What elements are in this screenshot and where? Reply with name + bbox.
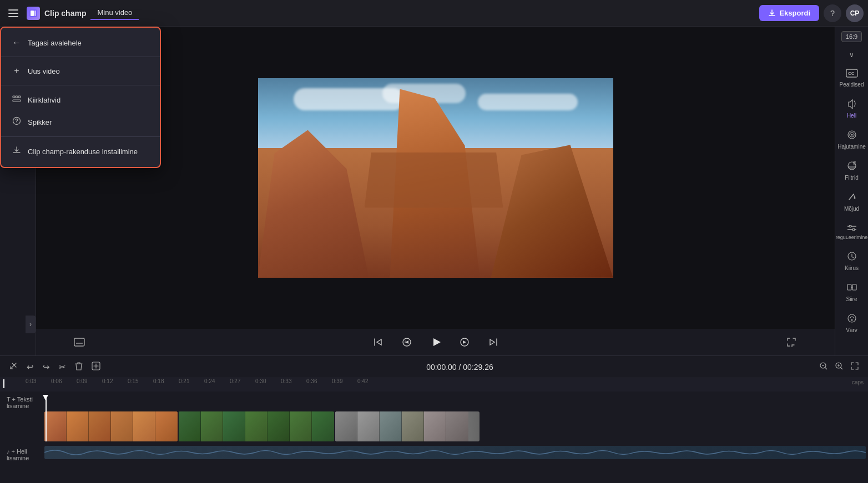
right-tool-label: Siire <box>846 296 857 302</box>
video-clip-2[interactable] <box>179 411 334 441</box>
svg-point-29 <box>849 225 851 227</box>
video-clip-3[interactable] <box>335 411 480 441</box>
right-tool-heli[interactable]: Heli <box>836 94 867 123</box>
right-tool-pealdised[interactable]: CC Pealdised <box>836 64 867 92</box>
ruler-mark: 0:39 <box>332 378 342 384</box>
skip-to-start-button[interactable] <box>368 332 388 352</box>
right-tool-hajutamine[interactable]: Hajutamine <box>836 125 867 154</box>
timeline-tracks: T + Teksti lisamine <box>0 392 868 483</box>
varv-icon <box>847 313 857 326</box>
aspect-ratio-button[interactable]: 16:9 <box>841 31 862 42</box>
svg-point-30 <box>852 228 855 231</box>
save-clip-button[interactable] <box>89 359 103 374</box>
delete-button[interactable] <box>73 359 85 374</box>
back-home-icon: ← <box>11 38 22 48</box>
ruler-mark: 0:42 <box>357 378 368 384</box>
pealdised-icon: CC <box>846 69 858 80</box>
sidebar-expand-button[interactable]: › <box>26 316 36 333</box>
ruler-mark: 0:15 <box>128 378 138 384</box>
svg-point-26 <box>854 197 855 199</box>
ruler-mark: 0:24 <box>204 378 215 384</box>
waveform-svg <box>44 446 866 459</box>
export-icon <box>768 9 776 17</box>
svg-point-35 <box>851 319 852 321</box>
dropdown-divider-1 <box>1 57 160 57</box>
right-tool-reguleerimine[interactable]: reguLeerimine <box>836 218 867 245</box>
dropdown-item-install[interactable]: Clip champ-rakenduse installimine <box>1 140 160 162</box>
help-button[interactable]: ? <box>824 4 841 22</box>
dropdown-item-new-video[interactable]: + Uus video <box>1 60 160 82</box>
right-tool-varv[interactable]: Värv <box>836 309 867 338</box>
video-track-row <box>0 411 868 441</box>
tab-minu-video[interactable]: Minu video <box>90 6 139 20</box>
caps-label: caps <box>852 379 864 385</box>
heli-icon <box>847 99 857 111</box>
zoom-in-button[interactable] <box>832 359 846 374</box>
cut-button[interactable]: ✂ <box>57 360 68 374</box>
right-tool-filtrid[interactable]: Filtrid <box>836 156 867 185</box>
right-tool-kiirus[interactable]: Kiirus <box>836 247 867 276</box>
subtitle-button[interactable] <box>69 332 89 352</box>
kiirus-icon <box>847 251 857 263</box>
hamburger-line-3 <box>8 16 18 17</box>
dropdown-item-label: Tagasi avalehele <box>28 39 82 47</box>
siire-icon <box>847 282 857 294</box>
fullscreen-button[interactable] <box>781 332 801 352</box>
hamburger-line-2 <box>8 13 18 14</box>
svg-point-34 <box>848 314 856 322</box>
skip-to-end-button[interactable] <box>483 332 503 352</box>
center-controls: 5 <box>368 332 503 352</box>
install-icon <box>11 146 22 157</box>
fit-timeline-button[interactable] <box>848 359 861 374</box>
playhead-line <box>46 398 47 441</box>
ruler-mark: 0:18 <box>153 378 164 384</box>
ruler-mark: 0:12 <box>102 378 113 384</box>
right-tool-label: Heli <box>847 113 856 119</box>
filtrid-icon <box>847 161 857 173</box>
dropdown-item-shortcuts[interactable]: Kiirklahvid <box>1 89 160 111</box>
video-clip-1[interactable] <box>44 411 178 441</box>
app-title: Clip champ <box>44 9 86 18</box>
right-tool-label: Kiirus <box>845 265 859 271</box>
undo-button[interactable]: ↩ <box>24 360 36 374</box>
hamburger-line-1 <box>8 9 18 11</box>
ruler-mark: 0:21 <box>179 378 189 384</box>
svg-point-24 <box>851 134 852 136</box>
dropdown-divider-2 <box>1 85 160 85</box>
right-tool-label: Hajutamine <box>837 144 866 150</box>
profile-button[interactable]: CP <box>846 4 864 22</box>
forward-button[interactable] <box>455 332 475 352</box>
right-sidebar-collapse[interactable]: ∨ <box>846 48 857 62</box>
timecode-display: 00:00.00 / 00:29.26 <box>426 363 493 372</box>
ruler-mark: 0:36 <box>306 378 317 384</box>
topbar-left: Clip champ Minu video <box>4 4 139 22</box>
timeline-ruler: 0:03 0:06 0:09 0:12 0:15 0:18 0:21 0:24 … <box>0 378 868 392</box>
new-video-icon: + <box>11 66 22 76</box>
dropdown-item-label: Kiirklahvid <box>28 96 60 104</box>
rewind-button[interactable]: 5 <box>397 332 417 352</box>
menu-button[interactable] <box>4 4 22 22</box>
svg-point-8 <box>16 123 17 123</box>
ruler-mark: 0:30 <box>255 378 266 384</box>
timeline-area: ↩ ↪ ✂ 00:00.00 / 00:29.26 0:03 <box>0 355 868 483</box>
dropdown-item-label: Spikker <box>28 118 52 126</box>
dropdown-item-help[interactable]: Spikker <box>1 111 160 133</box>
redo-button[interactable]: ↪ <box>41 360 52 374</box>
topbar: Clip champ Minu video Ekspordi ? CP ← Ta… <box>0 0 868 27</box>
zoom-controls <box>817 359 861 374</box>
play-button[interactable] <box>426 332 446 352</box>
dropdown-item-back-home[interactable]: ← Tagasi avalehele <box>1 32 160 53</box>
magic-cut-button[interactable] <box>7 359 20 374</box>
zoom-out-button[interactable] <box>817 359 830 374</box>
right-tool-mojud[interactable]: Mõjud <box>836 187 867 216</box>
dropdown-item-label: Clip champ-rakenduse installimine <box>28 148 138 156</box>
right-tool-siire[interactable]: Siire <box>836 278 867 307</box>
video-track-content[interactable] <box>44 411 868 441</box>
right-tool-label: Värv <box>846 327 857 333</box>
export-button[interactable]: Ekspordi <box>759 5 819 21</box>
ruler-mark: 0:27 <box>230 378 240 384</box>
right-tool-label: reguLeerimine <box>836 235 868 240</box>
ruler-mark: 0:09 <box>77 378 87 384</box>
text-track-row: T + Teksti lisamine <box>0 394 868 411</box>
mojud-icon <box>847 192 857 204</box>
